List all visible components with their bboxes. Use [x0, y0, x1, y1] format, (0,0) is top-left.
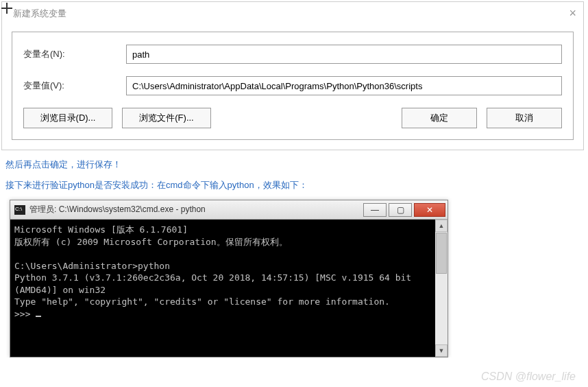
scroll-down-button[interactable]: ▼: [435, 344, 448, 357]
cmd-scrollbar[interactable]: ▲ ▼: [435, 220, 448, 357]
move-cursor-icon: [1, 3, 12, 14]
maximize-button[interactable]: ▢: [389, 203, 412, 217]
cmd-prompt: >>>: [14, 309, 36, 319]
cursor-icon: [36, 316, 41, 317]
close-button[interactable]: ✕: [414, 203, 445, 217]
new-system-variable-dialog: 新建系统变量 × 变量名(N): 变量值(V): 浏览目录(D)... 浏览文件…: [1, 1, 584, 150]
dialog-titlebar: 新建系统变量 ×: [2, 2, 583, 25]
cmd-line: 版权所有 (c) 2009 Microsoft Corporation。保留所有…: [14, 237, 288, 247]
close-icon[interactable]: ×: [569, 6, 576, 21]
cmd-output[interactable]: Microsoft Windows [版本 6.1.7601] 版权所有 (c)…: [10, 220, 435, 357]
cmd-icon: [14, 205, 25, 215]
ok-button[interactable]: 确定: [402, 108, 477, 128]
browse-file-button[interactable]: 浏览文件(F)...: [122, 108, 211, 128]
article-body: 然后再点击确定，进行保存！ 接下来进行验证python是否安装成功：在cmd命令…: [0, 150, 588, 357]
browse-directory-button[interactable]: 浏览目录(D)...: [23, 108, 112, 128]
cmd-line: Microsoft Windows [版本 6.1.7601]: [14, 224, 188, 235]
cancel-button[interactable]: 取消: [487, 108, 562, 128]
variable-name-input[interactable]: [126, 45, 562, 64]
cmd-line: Type "help", "copyright", "credits" or "…: [14, 296, 390, 307]
article-paragraph-2: 接下来进行验证python是否安装成功：在cmd命令下输入python，效果如下…: [5, 179, 583, 191]
minimize-button[interactable]: —: [363, 203, 387, 217]
article-paragraph-1: 然后再点击确定，进行保存！: [5, 159, 583, 171]
variable-value-label: 变量值(V):: [23, 80, 126, 92]
cmd-line: C:\Users\Administrator>python: [14, 261, 170, 271]
variable-value-input[interactable]: [126, 76, 562, 95]
scroll-thumb[interactable]: [436, 233, 447, 274]
cmd-titlebar[interactable]: 管理员: C:\Windows\system32\cmd.exe - pytho…: [10, 200, 448, 220]
cmd-window: 管理员: C:\Windows\system32\cmd.exe - pytho…: [10, 200, 448, 357]
scroll-up-button[interactable]: ▲: [435, 220, 448, 232]
variable-name-label: 变量名(N):: [23, 48, 126, 60]
cmd-line: Python 3.7.1 (v3.7.1:260ec2c36a, Oct 20 …: [14, 272, 417, 295]
scroll-track[interactable]: [435, 274, 448, 344]
cmd-title: 管理员: C:\Windows\system32\cmd.exe - pytho…: [29, 204, 206, 215]
dialog-title: 新建系统变量: [13, 8, 66, 20]
dialog-inner-panel: 变量名(N): 变量值(V): 浏览目录(D)... 浏览文件(F)... 确定…: [12, 32, 574, 140]
